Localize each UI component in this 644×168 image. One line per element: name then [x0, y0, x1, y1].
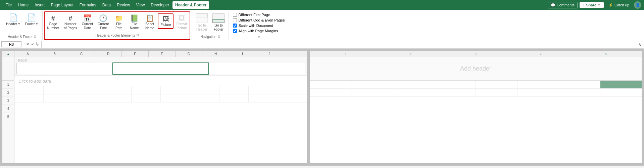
right-cell-k2[interactable]	[310, 89, 351, 96]
cell-j2[interactable]	[278, 94, 307, 102]
different-odd-even-label: Different Odd & Even Pages	[238, 18, 285, 22]
menu-header-footer[interactable]: Header & Footer	[172, 1, 209, 9]
cell-b1[interactable]	[44, 86, 73, 94]
different-first-page-option[interactable]: Different First Page	[233, 13, 285, 17]
cell-f1[interactable]	[161, 86, 190, 94]
share-button[interactable]: ↑ Share ▼	[580, 2, 604, 8]
align-with-margins-option[interactable]: Align with Page Margins	[233, 29, 285, 33]
format-picture-button[interactable]: 🖼 FormatPicture	[174, 13, 189, 32]
page-number-button[interactable]: # PageNumber	[45, 13, 61, 32]
hf-group-expand[interactable]: ⧉	[34, 35, 36, 39]
menu-developer[interactable]: Developer	[148, 1, 172, 9]
header-cells-row	[16, 63, 305, 74]
formula-bar: ✕ ✓ fx ∧	[0, 40, 644, 49]
comments-button[interactable]: 💬 Comments	[548, 2, 578, 8]
menu-view[interactable]: View	[134, 1, 148, 9]
share-label: Share	[586, 3, 596, 7]
cell-b2[interactable]	[44, 94, 73, 102]
different-first-page-checkbox[interactable]	[233, 13, 237, 17]
nav-group-label: Navigation ⧉	[194, 34, 227, 40]
menu-insert[interactable]: Insert	[32, 1, 47, 9]
go-to-header-button[interactable]: Go toHeader	[194, 12, 210, 33]
cell-e1[interactable]	[132, 86, 161, 94]
right-cell-q1[interactable]	[559, 81, 601, 88]
cell-a2[interactable]	[14, 94, 44, 102]
options-checkboxes: Different First Page Different Odd & Eve…	[232, 11, 286, 34]
cell-f2[interactable]	[161, 94, 190, 102]
footer-button[interactable]: 📄 Footer ▼	[23, 12, 40, 27]
cell-i1[interactable]	[249, 86, 278, 94]
menu-formulas[interactable]: Formulas	[77, 1, 99, 9]
right-cell-p2[interactable]	[517, 89, 559, 96]
cell-c1[interactable]	[73, 86, 102, 94]
file-path-button[interactable]: 📁 FilePath	[111, 13, 126, 32]
header-button[interactable]: 📄 Header ▼	[4, 12, 22, 27]
picture-button[interactable]: 🖼 Picture	[158, 13, 174, 29]
menu-review[interactable]: Review	[114, 1, 133, 9]
footer-label: Footer	[25, 22, 35, 26]
elements-group-label: Header & Footer Elements ⧉	[45, 33, 189, 39]
current-date-button[interactable]: 📅 CurrentDate	[80, 13, 95, 32]
nav-expand[interactable]: ⧉	[218, 35, 220, 39]
fx-confirm-icon[interactable]: ✓	[31, 42, 35, 47]
cell-j1[interactable]	[278, 86, 307, 94]
right-cell-o2[interactable]	[476, 89, 517, 96]
catch-up-button[interactable]: ⚡ Catch up	[606, 2, 632, 8]
cell-g2[interactable]	[190, 94, 219, 102]
row-1: 1	[2, 81, 14, 89]
right-cell-m1[interactable]	[393, 81, 435, 88]
different-odd-even-checkbox[interactable]	[233, 18, 237, 22]
menu-home[interactable]: Home	[15, 1, 31, 9]
menu-page-layout[interactable]: Page Layout	[48, 1, 76, 9]
right-cell-q2[interactable]	[559, 89, 601, 96]
user-avatar[interactable]: 👤	[634, 1, 641, 9]
options-group-label: ∨	[232, 34, 286, 40]
file-path-icon: 📁	[115, 15, 123, 22]
right-cell-r2[interactable]	[600, 89, 642, 96]
right-cell-n1[interactable]	[434, 81, 476, 88]
cell-h2[interactable]	[219, 94, 249, 102]
current-time-button[interactable]: 🕐 CurrentTime	[96, 13, 111, 32]
fx-cancel-icon[interactable]: ✕	[26, 42, 30, 47]
sheet-name-button[interactable]: 📋 SheetName	[142, 13, 157, 32]
elements-expand[interactable]: ⧉	[137, 33, 139, 37]
cell-c2[interactable]	[73, 94, 102, 102]
cell-d2[interactable]	[102, 94, 132, 102]
different-odd-even-option[interactable]: Different Odd & Even Pages	[233, 18, 285, 22]
right-cell-p1[interactable]	[517, 81, 559, 88]
menu-data[interactable]: Data	[100, 1, 113, 9]
header-cell-right[interactable]	[209, 63, 305, 74]
formula-expand-icon[interactable]: ∧	[637, 42, 643, 47]
sheet-name-icon: 📋	[146, 15, 154, 22]
cell-reference-input[interactable]	[1, 41, 21, 47]
right-cell-m2[interactable]	[393, 89, 435, 96]
cell-a1[interactable]	[14, 86, 44, 94]
header-cell-left[interactable]	[16, 63, 113, 74]
right-cell-k1[interactable]	[310, 81, 351, 88]
cell-g1[interactable]	[190, 86, 219, 94]
align-margins-checkbox[interactable]	[233, 29, 237, 33]
right-cell-o1[interactable]	[476, 81, 517, 88]
right-cell-r1-active[interactable]	[600, 81, 642, 88]
col-F: F	[149, 51, 176, 57]
file-name-button[interactable]: 📗 FileName	[127, 13, 142, 32]
cell-i2[interactable]	[249, 94, 278, 102]
header-cell-center[interactable]	[113, 63, 209, 74]
add-header-placeholder[interactable]: Add header	[310, 57, 642, 81]
click-to-add-text[interactable]: Click to add data	[14, 76, 307, 86]
scale-with-doc-checkbox[interactable]	[233, 24, 237, 28]
right-cell-n2[interactable]	[434, 89, 476, 96]
menu-file[interactable]: File	[3, 1, 14, 9]
col-C: C	[68, 51, 95, 57]
right-cell-l2[interactable]	[351, 89, 393, 96]
formula-input[interactable]	[43, 42, 637, 47]
header-icon: 📄	[9, 13, 18, 22]
cell-e2[interactable]	[132, 94, 161, 102]
cell-h1[interactable]	[219, 86, 249, 94]
go-to-footer-button[interactable]: Go toFooter	[210, 12, 227, 33]
number-of-pages-button[interactable]: # Numberof Pages	[62, 13, 79, 32]
scale-with-document-option[interactable]: Scale with Document	[233, 24, 285, 28]
cell-d1[interactable]	[102, 86, 132, 94]
hf-group-content: 📄 Header ▼ 📄 Footer ▼	[4, 11, 40, 34]
right-cell-l1[interactable]	[351, 81, 393, 88]
